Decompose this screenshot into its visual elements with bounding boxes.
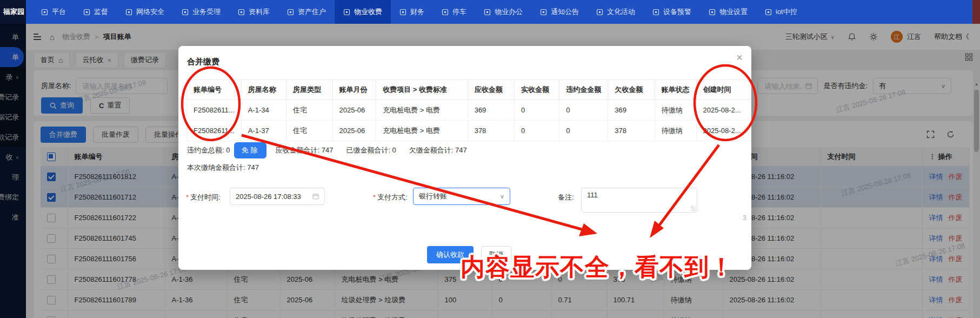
remark-value: 111 xyxy=(587,191,598,199)
modal-header-3: 账单月份 xyxy=(332,80,376,100)
payment-grand-total: 本次缴纳金额合计: 747 xyxy=(187,163,259,173)
topnav-item-3[interactable]: 业务受理 xyxy=(173,0,229,24)
topnav-item-label-1: 监督 xyxy=(94,7,108,17)
topnav-item-label-4: 资料库 xyxy=(249,7,270,17)
penalty-total: 违约金总额: 0 xyxy=(187,145,230,155)
modal-cell-r1-c8: 378 xyxy=(608,121,655,141)
watermark-fragment: 3 xyxy=(743,214,746,222)
modal-cell-r1-c0: F25082611... xyxy=(187,121,242,141)
topnav-item-4[interactable]: 资料库 xyxy=(229,0,278,24)
topnav-item-icon-4 xyxy=(238,9,245,16)
pay-time-value: 2025-08-26 17:08:33 xyxy=(236,193,301,201)
pay-method-select[interactable]: 银行转账 ∨ xyxy=(413,188,510,205)
modal-header-10: 创建时间 xyxy=(696,80,751,100)
modal-cell-r1-c7: 0 xyxy=(559,121,608,141)
modal-cell-r0-c7: 0 xyxy=(559,100,608,121)
topnav-item-icon-0 xyxy=(41,9,48,16)
pay-time-input[interactable]: 2025-08-26 17:08:33 xyxy=(230,188,325,205)
topnav-item-13[interactable]: 物业设置 xyxy=(700,0,756,24)
receivable-total: 应收金额合计: 747 xyxy=(275,145,333,155)
modal-title: 合并缴费 xyxy=(187,57,219,67)
modal-header-0: 账单编号 xyxy=(187,80,242,100)
topnav-item-icon-1 xyxy=(83,9,90,16)
modal-header-6: 实收金额 xyxy=(514,80,559,100)
topnav-item-0[interactable]: 平台 xyxy=(32,0,75,24)
modal-cell-r0-c5: 369 xyxy=(468,100,514,121)
topnav-item-label-8: 停车 xyxy=(452,7,466,17)
calendar-icon xyxy=(312,193,319,200)
waive-penalty-button[interactable]: 免除 xyxy=(234,142,266,158)
topnav-item-icon-10 xyxy=(540,9,547,16)
close-icon[interactable]: × xyxy=(736,51,743,64)
merge-payment-modal: 合并缴费 × 账单编号房屋名称房屋类型账单月份收费项目 > 收费标准应收金额实收… xyxy=(178,46,751,270)
topnav-item-label-6: 物业收费 xyxy=(354,7,382,17)
topnav-item-icon-6 xyxy=(343,9,350,16)
modal-cell-r1-c10: 2025-08-2... xyxy=(696,121,751,141)
modal-bills-table: 账单编号房屋名称房屋类型账单月份收费项目 > 收费标准应收金额实收金额违约金金额… xyxy=(186,80,751,141)
topnav-item-11[interactable]: 文化活动 xyxy=(588,0,644,24)
topnav-item-icon-14 xyxy=(765,9,772,16)
topnav-item-1[interactable]: 监督 xyxy=(75,0,117,24)
topnav-item-14[interactable]: iot中控 xyxy=(756,0,806,24)
topnav-item-label-7: 财务 xyxy=(410,7,424,17)
topnav-item-2[interactable]: 网络安全 xyxy=(117,0,173,24)
topnav-item-9[interactable]: 物业办公 xyxy=(475,0,531,24)
modal-cell-r0-c3: 2025-06 xyxy=(332,100,376,121)
topnav-item-icon-11 xyxy=(596,9,603,16)
modal-cell-r1-c1: A-1-37 xyxy=(241,121,286,141)
modal-cell-r1-c5: 378 xyxy=(468,121,514,141)
topnav-item-icon-3 xyxy=(182,9,189,16)
app-root: 福家园 平台监督网络安全业务受理资料库资产住户物业收费财务停车物业办公通知公告文… xyxy=(0,0,980,318)
modal-header-2: 房屋类型 xyxy=(286,80,333,100)
modal-cell-r0-c9: 待缴纳 xyxy=(655,100,696,121)
top-navigation-bar: 福家园 平台监督网络安全业务受理资料库资产住户物业收费财务停车物业办公通知公告文… xyxy=(0,0,980,24)
modal-cell-r0-c10: 2025-08-2... xyxy=(696,100,751,121)
topnav-item-8[interactable]: 停车 xyxy=(433,0,475,24)
chevron-down-icon: ∨ xyxy=(500,193,504,200)
paid-total: 已缴金额合计: 0 xyxy=(346,145,396,155)
top-nav-items: 平台监督网络安全业务受理资料库资产住户物业收费财务停车物业办公通知公告文化活动设… xyxy=(32,0,806,24)
modal-header-1: 房屋名称 xyxy=(241,80,286,100)
topnav-item-5[interactable]: 资产住户 xyxy=(278,0,335,24)
payment-form: *支付时间: 2025-08-26 17:08:33 *支付方式: 银行转账 ∨… xyxy=(178,188,751,220)
topnav-item-icon-7 xyxy=(399,9,406,16)
resize-grip-icon[interactable] xyxy=(691,206,696,211)
nav-edge-strip xyxy=(972,0,980,24)
modal-cell-r0-c6: 0 xyxy=(514,100,559,121)
modal-cell-r1-c3: 2025-06 xyxy=(332,121,376,141)
modal-cell-r1-c9: 待缴纳 xyxy=(655,121,696,141)
pay-method-value: 银行转账 xyxy=(419,191,447,201)
modal-cell-r0-c2: 住宅 xyxy=(286,100,333,121)
topnav-item-10[interactable]: 通知公告 xyxy=(531,0,588,24)
topnav-item-6[interactable]: 物业收费 xyxy=(335,0,391,24)
topnav-item-icon-13 xyxy=(709,9,716,16)
modal-cell-r0-c8: 369 xyxy=(608,100,655,121)
modal-header-7: 违约金金额 xyxy=(559,80,608,100)
topnav-item-icon-9 xyxy=(484,9,491,16)
topnav-item-label-14: iot中控 xyxy=(776,7,797,17)
modal-header-9: 账单状态 xyxy=(655,80,696,100)
topnav-item-icon-12 xyxy=(652,9,659,16)
pay-time-label: *支付时间: xyxy=(186,193,221,202)
topnav-item-label-11: 文化活动 xyxy=(607,7,635,17)
topnav-item-icon-5 xyxy=(287,9,294,16)
remark-label: 备注: xyxy=(558,193,574,202)
remark-textarea[interactable]: 111 xyxy=(581,188,697,213)
modal-header-8: 欠收金额 xyxy=(608,80,655,100)
topnav-item-12[interactable]: 设备预警 xyxy=(644,0,700,24)
topnav-item-label-2: 网络安全 xyxy=(136,7,164,17)
topnav-item-7[interactable]: 财务 xyxy=(391,0,433,24)
topnav-item-label-5: 资产住户 xyxy=(298,7,326,17)
topnav-item-label-0: 平台 xyxy=(52,7,66,17)
topnav-item-label-13: 物业设置 xyxy=(719,7,748,17)
topnav-item-label-3: 业务受理 xyxy=(192,7,221,17)
modal-header-4: 收费项目 > 收费标准 xyxy=(376,80,468,100)
modal-cell-r0-c4: 充电桩电费 > 电费 xyxy=(376,100,468,121)
modal-row-1[interactable]: F25082611...A-1-37住宅2025-06充电桩电费 > 电费378… xyxy=(187,121,751,141)
modal-cell-r1-c4: 充电桩电费 > 电费 xyxy=(376,121,468,141)
modal-cell-r0-c0: F25082611... xyxy=(187,100,242,121)
topnav-item-icon-8 xyxy=(442,9,449,16)
pay-method-label: *支付方式: xyxy=(373,193,408,202)
modal-row-0[interactable]: F25082611...A-1-34住宅2025-06充电桩电费 > 电费369… xyxy=(187,100,751,121)
modal-cell-r1-c6: 0 xyxy=(514,121,559,141)
